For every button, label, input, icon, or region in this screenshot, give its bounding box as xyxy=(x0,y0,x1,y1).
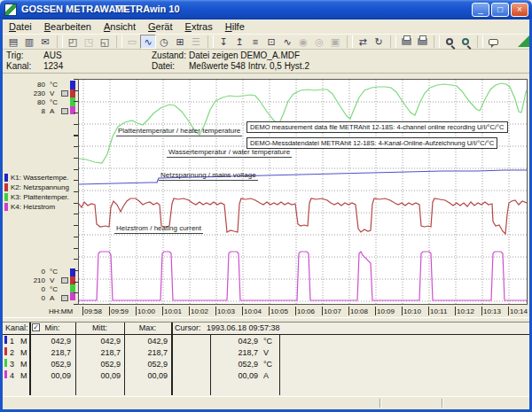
toolbar-view-yt-chart[interactable]: ∿ xyxy=(140,35,156,49)
statusbar-separator xyxy=(442,399,442,408)
toolbar-separator xyxy=(116,35,122,48)
header-mitt: Mitt: xyxy=(75,323,124,332)
toolbar-file-open[interactable]: ▤ xyxy=(5,35,21,49)
toolbar-device-monitor[interactable]: ⊡ xyxy=(263,35,279,49)
curve-label-plattentemperatur: Plattentemperatur / heater temperature xyxy=(116,127,242,136)
chart-panel: 80°C230V80°C8A 0°C210V0°C0A K1: Wasserte… xyxy=(3,73,529,317)
plot-svg xyxy=(79,80,527,304)
toolbar-separator xyxy=(477,35,483,48)
menu-item-datei[interactable]: Datei xyxy=(3,20,38,33)
title-bar[interactable]: GOSSEN METRAWATT METRAwin 10 _ □ × xyxy=(0,0,532,19)
kanal-value: 1234 xyxy=(43,61,63,71)
y-scale-top: 80°C230V80°C8A xyxy=(19,80,74,115)
toolbar-separator xyxy=(434,35,440,48)
toolbar-export[interactable]: ✉ xyxy=(37,35,53,49)
channel-color-chip xyxy=(4,347,7,355)
x-tick: 10:10 xyxy=(402,307,428,316)
y-scale-row: 8A xyxy=(19,106,74,115)
table-gridline xyxy=(124,323,125,395)
table-gridline xyxy=(75,323,76,395)
header-cursor-date: 1993.06.18 09:57:38 xyxy=(207,323,280,332)
channel-device-icon xyxy=(61,277,68,284)
channel-device-icon xyxy=(61,108,68,114)
toolbar-zoom-in[interactable] xyxy=(442,35,458,49)
toolbar-device-list[interactable]: ≡ xyxy=(247,35,263,49)
toolbar: ▤▥✉◰◳◱▭∿◷⊞☰↧↥≡⊡∿◉◎▣⇄↻ xyxy=(3,34,529,50)
table-gridline xyxy=(210,335,211,395)
channel-device-icon xyxy=(61,90,68,97)
table-row-channel-3[interactable]: 3M052,9052,9052,9052,9°C xyxy=(3,359,529,370)
annotation-box-german: DEMO-Messdatendatei METRAhit 12-18S: 4-K… xyxy=(246,137,497,149)
toolbar-device-send[interactable]: ↥ xyxy=(231,35,247,49)
trig-value: AUS xyxy=(43,51,62,60)
toolbar-device-read[interactable]: ↧ xyxy=(215,35,231,49)
menu-bar: DateiBearbeitenAnsichtGerätExtrasHilfe xyxy=(3,19,529,34)
y-scale-row: 0°C xyxy=(19,267,74,276)
table-row-channel-2[interactable]: 2M218,7218,7218,7218,7V xyxy=(3,347,529,359)
curve-label-wassertemperatur: Wassertemperatur / water temperature xyxy=(167,148,292,158)
curve-label-heizstrom: Heizstrom / heating current xyxy=(114,224,203,234)
x-tick: 10:08 xyxy=(348,307,375,316)
toolbar-drag-mode[interactable]: ⇄ xyxy=(355,35,371,49)
toolbar-replay[interactable]: ↻ xyxy=(371,35,387,49)
toolbar-print-preview-icon xyxy=(418,38,427,45)
minimize-button[interactable]: _ xyxy=(472,3,489,17)
menu-item-hilfe[interactable]: Hilfe xyxy=(219,20,251,33)
toolbar-zoom-curve[interactable] xyxy=(458,35,473,49)
x-tick: 10:07 xyxy=(322,307,348,316)
menu-item-extras[interactable]: Extras xyxy=(179,20,219,33)
toolbar-corner-triangle xyxy=(518,35,529,47)
toolbar-record-3: ▣ xyxy=(327,35,343,49)
toolbar-view-text: ▭ xyxy=(124,35,140,49)
x-tick: 10:09 xyxy=(375,307,402,316)
x-tick: 10:00 xyxy=(136,307,162,316)
table-row-channel-1[interactable]: 1M042,9042,9042,9042,9°C xyxy=(3,336,529,347)
menu-item-bearbeiten[interactable]: Bearbeiten xyxy=(38,20,98,33)
toolbar-view-gauge[interactable]: ◷ xyxy=(156,35,172,49)
x-tick: 09:59 xyxy=(109,307,136,316)
toolbar-window-new[interactable]: ◰ xyxy=(65,35,81,49)
x-tick: 09:58 xyxy=(82,307,109,316)
toolbar-print-preview[interactable] xyxy=(414,35,430,49)
header-max: Max: xyxy=(124,323,171,332)
y-scale-bottom: 0°C210V0°C0A xyxy=(19,267,74,302)
legend-color-chip xyxy=(4,183,8,191)
table-gridline xyxy=(29,323,31,395)
legend-item: K3: Plattentemper. xyxy=(4,192,69,202)
x-tick: 10:14 xyxy=(508,307,532,316)
y-scale-row: 210V xyxy=(19,276,74,284)
y-scale-row: 0°C xyxy=(19,284,74,293)
legend-color-chip xyxy=(4,203,8,211)
toolbar-comment[interactable] xyxy=(485,35,501,49)
toolbar-view-table[interactable]: ⊞ xyxy=(172,35,188,49)
maximize-button[interactable]: □ xyxy=(491,3,509,17)
y-scale-row: 80°C xyxy=(19,97,74,106)
menu-item-ansicht[interactable]: Ansicht xyxy=(98,20,142,33)
zustand-label: Zustand: xyxy=(152,51,189,60)
table-gridline xyxy=(171,323,173,395)
toolbar-file-save[interactable]: ▥ xyxy=(21,35,37,49)
trig-label: Trig: xyxy=(6,51,43,60)
plot-area[interactable]: Plattentemperatur / heater temperature W… xyxy=(78,79,528,305)
close-button[interactable]: × xyxy=(511,3,528,17)
title-app: METRAwin 10 xyxy=(115,4,180,14)
toolbar-print[interactable] xyxy=(398,35,414,49)
legend-color-chip xyxy=(4,193,8,201)
toolbar-window-tile[interactable]: ◱ xyxy=(97,35,113,49)
toolbar-print-icon xyxy=(402,38,411,45)
x-axis-ticks: 09:5809:5910:0010:0110:0210:0310:0410:05… xyxy=(82,307,532,316)
channel-color-chip xyxy=(4,336,7,344)
y-scale-row: 230V xyxy=(19,89,74,97)
toolbar-device-measure[interactable]: ∿ xyxy=(279,35,295,49)
menu-item-gert[interactable]: Gerät xyxy=(142,20,179,33)
x-tick: 10:05 xyxy=(269,307,295,316)
legend-color-chip xyxy=(4,174,8,182)
table-header: Kanal: ✓ Min: Mitt: Max: Cursor: 1993.06… xyxy=(3,323,529,335)
toolbar-zoom-curve-icon xyxy=(462,38,469,45)
table-row-channel-4[interactable]: 4M00,0900,0900,0900,09A xyxy=(3,370,529,382)
annotation-box-english: DEMO measurement data file METRAhit 12-1… xyxy=(246,121,508,133)
x-tick: 10:11 xyxy=(428,307,455,316)
curve-K4 xyxy=(79,252,527,300)
toolbar-separator xyxy=(347,35,353,48)
x-tick: 10:04 xyxy=(242,307,269,316)
